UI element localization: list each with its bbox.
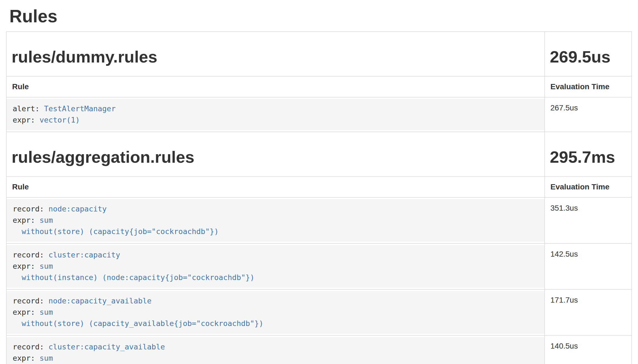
- rule-code-block: record: node:capacityexpr: sum without(s…: [7, 199, 544, 242]
- rule-cell: alert: TestAlertManagerexpr: vector(1): [6, 97, 545, 132]
- rule-code-line: alert: TestAlertManager: [13, 103, 538, 114]
- rule-column-header: Rule: [6, 176, 545, 197]
- rule-code-line: without(store) (capacity_available{job="…: [13, 318, 538, 329]
- rule-evaluation-time: 140.5us: [545, 335, 632, 364]
- rule-keyword: record:: [13, 297, 48, 305]
- rule-row: record: node:capacityexpr: sum without(s…: [6, 197, 632, 243]
- rule-code-block: record: cluster:capacity_availableexpr: …: [7, 337, 544, 364]
- rule-cell: record: node:capacity_availableexpr: sum…: [6, 289, 545, 335]
- rule-code-line: expr: sum: [13, 306, 538, 318]
- rule-keyword: alert:: [13, 104, 44, 113]
- column-header-row: RuleEvaluation Time: [6, 76, 632, 97]
- rule-link[interactable]: sum: [40, 308, 53, 316]
- rule-evaluation-time: 171.7us: [545, 289, 632, 335]
- rule-row: alert: TestAlertManagerexpr: vector(1)26…: [6, 97, 632, 132]
- rule-group-header-row: rules/aggregation.rules295.7ms: [6, 132, 632, 176]
- rule-link[interactable]: cluster:capacity: [48, 251, 120, 259]
- rule-row: record: cluster:capacity_availableexpr: …: [6, 335, 632, 364]
- rule-group-eval-time: 295.7ms: [550, 148, 626, 166]
- rule-link[interactable]: without(store) (capacity_available{job="…: [13, 319, 263, 328]
- rule-code-line: expr: vector(1): [13, 114, 538, 126]
- rule-link[interactable]: node:capacity: [48, 205, 107, 213]
- rule-code-block: record: cluster:capacityexpr: sum withou…: [7, 245, 544, 288]
- rule-evaluation-time: 351.3us: [545, 197, 632, 243]
- rules-table-body: rules/dummy.rules269.5usRuleEvaluation T…: [6, 32, 632, 364]
- rule-code-line: record: cluster:capacity: [13, 249, 538, 260]
- rule-keyword: expr:: [13, 262, 40, 270]
- rule-code-line: record: node:capacity_available: [13, 295, 538, 306]
- column-header-row: RuleEvaluation Time: [6, 176, 632, 197]
- rule-group-eval-time: 269.5us: [550, 48, 626, 66]
- rule-cell: record: cluster:capacityexpr: sum withou…: [6, 243, 545, 289]
- rule-row: record: node:capacity_availableexpr: sum…: [6, 289, 632, 335]
- rule-keyword: expr:: [13, 354, 40, 362]
- rule-keyword: expr:: [13, 308, 40, 316]
- rule-cell: record: cluster:capacity_availableexpr: …: [6, 335, 545, 364]
- rule-link[interactable]: sum: [40, 354, 53, 362]
- rules-page: Rules rules/dummy.rules269.5usRuleEvalua…: [0, 7, 638, 364]
- rule-keyword: expr:: [13, 216, 40, 224]
- rule-code-line: record: cluster:capacity_available: [13, 341, 538, 352]
- rule-code-line: expr: sum: [13, 352, 538, 364]
- rule-link[interactable]: sum: [40, 216, 53, 224]
- rule-group-header-row: rules/dummy.rules269.5us: [6, 32, 632, 76]
- rule-keyword: record:: [13, 205, 48, 213]
- rule-link[interactable]: cluster:capacity_available: [48, 343, 165, 351]
- rule-link[interactable]: TestAlertManager: [44, 104, 116, 113]
- rule-evaluation-time: 142.5us: [545, 243, 632, 289]
- rule-code-block: record: node:capacity_availableexpr: sum…: [7, 291, 544, 334]
- evaluation-time-column-header: Evaluation Time: [545, 76, 632, 97]
- rule-code-block: alert: TestAlertManagerexpr: vector(1): [7, 99, 544, 130]
- rule-code-line: record: node:capacity: [13, 203, 538, 214]
- page-title: Rules: [9, 7, 632, 26]
- rule-link[interactable]: without(instance) (node:capacity{job="co…: [13, 273, 255, 282]
- rules-table: rules/dummy.rules269.5usRuleEvaluation T…: [6, 31, 632, 364]
- evaluation-time-column-header: Evaluation Time: [545, 176, 632, 197]
- rule-code-line: expr: sum: [13, 260, 538, 272]
- rule-keyword: record:: [13, 251, 48, 259]
- rule-code-line: without(instance) (node:capacity{job="co…: [13, 272, 538, 283]
- rule-code-line: without(store) (capacity{job="cockroachd…: [13, 226, 538, 237]
- rule-keyword: expr:: [13, 116, 40, 124]
- rule-row: record: cluster:capacityexpr: sum withou…: [6, 243, 632, 289]
- rule-group-time-cell: 269.5us: [545, 32, 632, 76]
- rule-link[interactable]: node:capacity_available: [48, 297, 152, 305]
- rule-link[interactable]: without(store) (capacity{job="cockroachd…: [13, 227, 219, 236]
- rule-cell: record: node:capacityexpr: sum without(s…: [6, 197, 545, 243]
- rule-group-file-cell: rules/dummy.rules: [6, 32, 545, 76]
- rule-group-time-cell: 295.7ms: [545, 132, 632, 176]
- rule-group-file: rules/dummy.rules: [12, 48, 539, 66]
- rule-link[interactable]: sum: [40, 262, 53, 270]
- rule-keyword: record:: [13, 343, 48, 351]
- rule-evaluation-time: 267.5us: [545, 97, 632, 132]
- rule-group-file-cell: rules/aggregation.rules: [6, 132, 545, 176]
- rule-group-file: rules/aggregation.rules: [12, 148, 539, 166]
- rule-code-line: expr: sum: [13, 214, 538, 226]
- rule-link[interactable]: vector(1): [40, 116, 80, 124]
- rule-column-header: Rule: [6, 76, 545, 97]
